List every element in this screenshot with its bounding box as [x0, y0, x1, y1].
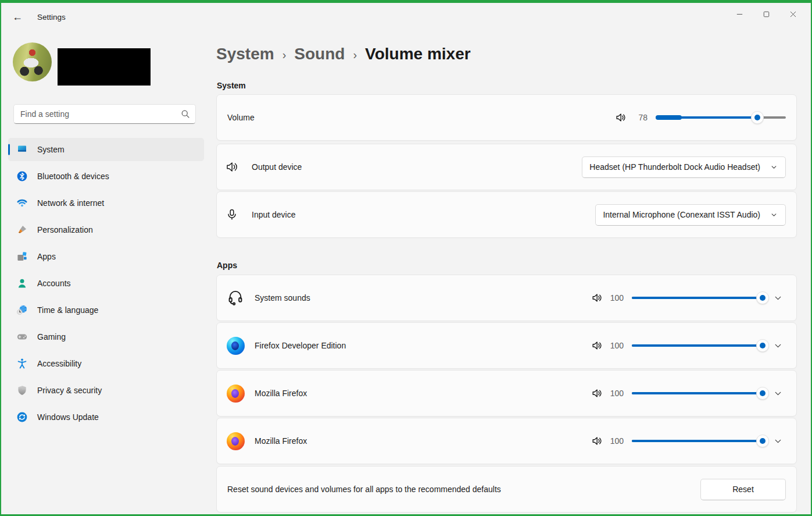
firefox-developer-icon	[226, 336, 245, 355]
sidebar-item-label: Bluetooth & devices	[37, 172, 109, 181]
apps-icon	[16, 251, 28, 262]
breadcrumb-separator-icon: ›	[282, 48, 287, 62]
user-account-area[interactable]	[13, 42, 212, 88]
system-volume-value: 78	[632, 113, 648, 122]
slider-track[interactable]	[656, 116, 786, 119]
page-title: Volume mixer	[365, 45, 471, 63]
app-volume-slider[interactable]	[632, 435, 763, 447]
system-sounds-icon	[226, 289, 245, 307]
chevron-down-icon	[770, 211, 778, 219]
sidebar-item-network-internet[interactable]: Network & internet	[8, 191, 204, 215]
sidebar-item-system[interactable]: System	[8, 138, 204, 161]
app-volume-slider[interactable]	[632, 339, 763, 352]
app-volume-slider[interactable]	[632, 291, 763, 304]
maximize-button[interactable]	[753, 3, 779, 25]
close-button[interactable]	[779, 3, 806, 25]
system-volume-slider[interactable]	[656, 111, 786, 124]
sidebar-item-label: Personalization	[37, 225, 93, 234]
breadcrumb: System › Sound › Volume mixer	[216, 44, 797, 65]
app-volume-row-mozilla-firefox: Mozilla Firefox 100	[216, 418, 797, 464]
system-icon	[16, 144, 28, 155]
reset-button[interactable]: Reset	[700, 479, 786, 500]
chevron-down-icon	[773, 389, 783, 398]
sidebar-item-label: Network & internet	[37, 198, 104, 208]
system-volume-row: Volume 78	[216, 94, 797, 141]
sidebar-item-accounts[interactable]: Accounts	[8, 272, 204, 295]
output-device-dropdown[interactable]: Headset (HP Thunderbolt Dock Audio Heads…	[582, 156, 786, 178]
breadcrumb-system[interactable]: System	[216, 45, 274, 63]
firefox-icon	[226, 384, 245, 403]
slider-thumb[interactable]	[756, 339, 769, 352]
sidebar-item-apps[interactable]: Apps	[8, 245, 204, 268]
slider-track[interactable]	[632, 344, 763, 347]
bluetooth-icon	[16, 170, 28, 182]
titlebar: ← Settings	[1, 3, 811, 31]
input-device-value: Internal Microphone (Conexant ISST Audio…	[603, 210, 760, 219]
minimize-button[interactable]	[726, 3, 753, 25]
app-volume-value: 100	[609, 341, 624, 350]
time-language-icon	[16, 304, 28, 316]
chevron-down-icon	[773, 436, 783, 446]
slider-thumb[interactable]	[756, 387, 769, 400]
sidebar-item-privacy-security[interactable]: Privacy & security	[8, 379, 204, 402]
slider-thumb[interactable]	[751, 111, 764, 124]
output-device-row: Output device Headset (HP Thunderbolt Do…	[216, 144, 797, 190]
search-input[interactable]	[13, 104, 196, 124]
section-heading-system: System	[217, 81, 797, 90]
reset-description: Reset sound devices and volumes for all …	[227, 485, 501, 494]
app-title: Settings	[37, 13, 66, 22]
expand-app-button[interactable]	[768, 289, 787, 307]
minimize-icon	[735, 9, 745, 19]
breadcrumb-sound[interactable]: Sound	[294, 45, 345, 63]
app-volume-value: 100	[609, 389, 624, 398]
main-panel: System › Sound › Volume mixer System Vol…	[212, 31, 811, 514]
chevron-down-icon	[773, 341, 783, 351]
expand-app-button[interactable]	[768, 336, 787, 355]
sidebar-item-label: Time & language	[37, 305, 98, 315]
slider-track[interactable]	[632, 392, 763, 394]
accessibility-icon	[16, 358, 28, 369]
chevron-down-icon	[770, 163, 778, 172]
sidebar-nav: System Bluetooth & devices Network & int…	[8, 138, 204, 429]
sidebar-item-accessibility[interactable]: Accessibility	[8, 352, 204, 375]
sidebar-item-label: Accessibility	[37, 359, 81, 368]
reset-row: Reset sound devices and volumes for all …	[216, 466, 797, 513]
app-volume-value: 100	[609, 436, 624, 446]
slider-track[interactable]	[632, 297, 763, 299]
windows-update-icon	[16, 411, 28, 423]
breadcrumb-separator-icon: ›	[353, 48, 357, 62]
slider-track[interactable]	[632, 440, 763, 442]
expand-app-button[interactable]	[768, 384, 787, 403]
accounts-icon	[16, 277, 28, 289]
app-volume-list: System sounds 100	[216, 275, 797, 464]
sidebar-item-label: System	[37, 145, 65, 154]
personalization-icon	[16, 224, 28, 236]
expand-app-button[interactable]	[768, 432, 787, 450]
sidebar-item-gaming[interactable]: Gaming	[8, 325, 204, 348]
speaker-icon	[591, 340, 603, 351]
app-volume-row-mozilla-firefox: Mozilla Firefox 100	[216, 370, 797, 417]
search-box	[13, 104, 196, 124]
sidebar-item-time-language[interactable]: Time & language	[8, 298, 204, 322]
firefox-icon	[226, 432, 245, 450]
section-heading-apps: Apps	[217, 261, 797, 270]
input-device-dropdown[interactable]: Internal Microphone (Conexant ISST Audio…	[595, 204, 786, 226]
sidebar-item-windows-update[interactable]: Windows Update	[8, 405, 204, 429]
screen-share-border: ← Settings	[0, 0, 812, 516]
sidebar: System Bluetooth & devices Network & int…	[1, 31, 212, 514]
output-device-label: Output device	[252, 162, 302, 172]
sidebar-item-bluetooth-devices[interactable]: Bluetooth & devices	[8, 165, 204, 188]
back-button[interactable]: ←	[8, 8, 27, 26]
input-device-row: Input device Internal Microphone (Conexa…	[216, 191, 797, 238]
input-device-label: Input device	[252, 210, 296, 219]
speaker-icon	[591, 387, 603, 399]
slider-thumb[interactable]	[756, 291, 769, 304]
app-volume-value: 100	[609, 293, 624, 303]
sidebar-item-label: Windows Update	[37, 412, 99, 422]
selected-accent-bar	[8, 144, 10, 155]
close-icon	[788, 9, 798, 19]
app-name: Mozilla Firefox	[255, 436, 307, 446]
app-volume-slider[interactable]	[632, 387, 763, 400]
slider-thumb[interactable]	[756, 435, 769, 447]
sidebar-item-personalization[interactable]: Personalization	[8, 218, 204, 241]
